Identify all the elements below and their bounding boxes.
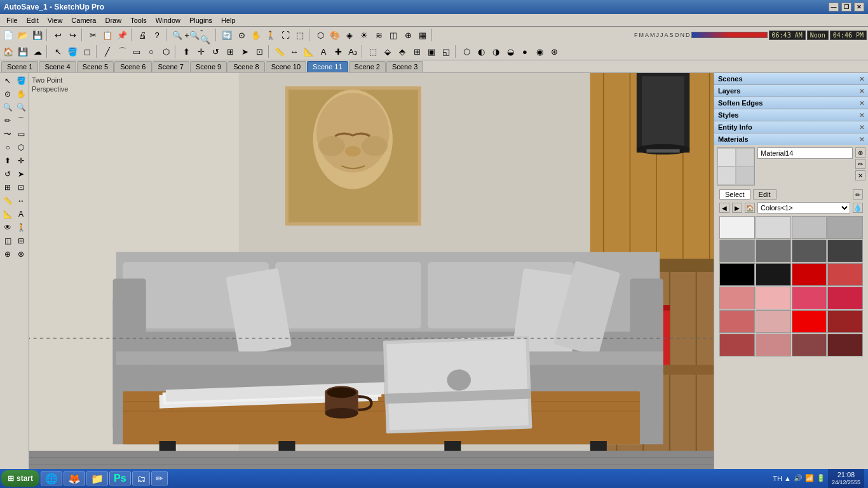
help-button[interactable]: ? — [150, 28, 164, 42]
materials-header[interactable]: Materials ✕ — [714, 133, 868, 145]
color-swatch-3[interactable] — [827, 216, 863, 239]
line-tool[interactable]: ╱ — [100, 44, 114, 58]
lang-indicator[interactable]: TH ▲ — [773, 475, 791, 482]
pencil-btn[interactable]: ✏ — [1, 114, 14, 127]
open-button[interactable]: 📂 — [16, 28, 30, 42]
ground-btn[interactable]: ▦ — [416, 28, 430, 42]
menu-camera[interactable]: Camera — [67, 16, 100, 25]
proto2-btn[interactable]: 📐 — [1, 208, 14, 220]
color-swatch-20[interactable] — [719, 334, 755, 356]
view5[interactable]: ▣ — [424, 44, 438, 58]
color-swatch-2[interactable] — [792, 216, 827, 239]
section2-btn[interactable]: ◫ — [1, 234, 14, 247]
color-swatch-18[interactable] — [792, 310, 827, 333]
section-btn[interactable]: ◫ — [386, 28, 400, 42]
eraser-tool[interactable]: ◻ — [80, 44, 94, 58]
cloud-btn[interactable]: ☁ — [31, 44, 44, 58]
color-back-btn[interactable]: ◀ — [719, 203, 729, 213]
material-btn[interactable]: 🎨 — [328, 28, 342, 42]
styles-close[interactable]: ✕ — [859, 112, 864, 119]
entity-close[interactable]: ✕ — [859, 124, 864, 131]
redo-button[interactable]: ↪ — [65, 28, 79, 42]
rect2-btn[interactable]: ▭ — [15, 128, 27, 140]
menu-draw[interactable]: Draw — [101, 16, 125, 25]
layers-header[interactable]: Layers ✕ — [714, 85, 868, 97]
material-name-input[interactable] — [757, 147, 853, 159]
volume-icon[interactable]: 🔊 — [794, 474, 803, 482]
rect-tool[interactable]: ▭ — [130, 44, 144, 58]
rotate-tool[interactable]: ↺ — [208, 44, 222, 58]
menu-help[interactable]: Help — [217, 16, 240, 25]
section3-btn[interactable]: ⊟ — [15, 234, 27, 247]
render1[interactable]: ⬡ — [459, 44, 473, 58]
color-swatch-22[interactable] — [792, 334, 827, 356]
scene-tab-3[interactable]: Scene 3 — [386, 61, 423, 72]
rotate2-btn[interactable]: ↺ — [1, 168, 14, 180]
menu-tools[interactable]: Tools — [126, 16, 151, 25]
scene-tab-5[interactable]: Scene 5 — [77, 61, 114, 72]
freehand-btn[interactable]: 〜 — [1, 128, 14, 140]
scene-tab-8[interactable]: Scene 8 — [227, 61, 264, 72]
followme2-btn[interactable]: ➤ — [15, 168, 27, 180]
home-btn[interactable]: 🏠 — [1, 44, 15, 58]
cut-button[interactable]: ✂ — [86, 28, 100, 42]
paint-tool[interactable]: 🪣 — [65, 44, 79, 58]
search-button[interactable]: 🔍 — [170, 28, 184, 42]
paste-button[interactable]: 📌 — [115, 28, 129, 42]
circle2-btn[interactable]: ○ — [1, 141, 14, 154]
color-swatch-6[interactable] — [792, 240, 827, 262]
dim2-btn[interactable]: ↔ — [15, 194, 27, 207]
save-alt-btn[interactable]: 💾 — [16, 44, 30, 58]
zoom-extent-button[interactable]: ⛶ — [278, 28, 292, 42]
color-type-select[interactable]: Colors<1> Colors Materials — [757, 202, 850, 214]
scene-tab-2[interactable]: Scene 2 — [349, 61, 386, 72]
color-swatch-11[interactable] — [827, 263, 863, 286]
extra1-btn[interactable]: ⊕ — [1, 248, 14, 261]
select-tab[interactable]: Select — [719, 189, 750, 200]
select-btn[interactable]: ↖ — [1, 74, 14, 87]
color-swatch-23[interactable] — [827, 334, 863, 356]
view2[interactable]: ⬙ — [381, 44, 395, 58]
undo-button[interactable]: ↩ — [51, 28, 65, 42]
protractor-tool[interactable]: 📐 — [302, 44, 316, 58]
color-swatch-21[interactable] — [756, 334, 791, 356]
view4[interactable]: ⊞ — [410, 44, 424, 58]
scene-tab-1[interactable]: Scene 1 — [1, 61, 38, 72]
arc-tool[interactable]: ⌒ — [115, 44, 129, 58]
zoom-window-button[interactable]: ⬚ — [293, 28, 307, 42]
walk2-btn[interactable]: 🚶 — [15, 221, 27, 234]
scenes-header[interactable]: Scenes ✕ — [714, 73, 868, 85]
taskbar-item-4[interactable]: Ps — [109, 471, 131, 485]
axes-tool[interactable]: ✚ — [331, 44, 345, 58]
print-button[interactable]: 🖨 — [135, 28, 149, 42]
scene-tab-4[interactable]: Scene 4 — [39, 61, 76, 72]
pan-button[interactable]: ✋ — [249, 28, 263, 42]
select-tool[interactable]: ↖ — [51, 44, 65, 58]
zoom2-btn[interactable]: 🔍 — [15, 101, 27, 114]
color-swatch-7[interactable] — [827, 240, 863, 262]
view6[interactable]: ◱ — [439, 44, 453, 58]
color-swatch-5[interactable] — [756, 240, 791, 262]
render4[interactable]: ◒ — [503, 44, 517, 58]
battery-icon[interactable]: 🔋 — [817, 474, 825, 482]
render3[interactable]: ◑ — [489, 44, 503, 58]
pushpull-tool[interactable]: ⬆ — [179, 44, 193, 58]
copy-button[interactable]: 📋 — [100, 28, 114, 42]
component-btn[interactable]: ⬡ — [313, 28, 327, 42]
dimension-tool[interactable]: ↔ — [287, 44, 301, 58]
save-button[interactable]: 💾 — [31, 28, 44, 42]
color-swatch-15[interactable] — [827, 287, 863, 309]
zoom-btn[interactable]: 🔍 — [1, 101, 14, 114]
start-button[interactable]: ⊞ start — [1, 470, 39, 487]
color-swatch-0[interactable] — [719, 216, 755, 239]
tape2-btn[interactable]: 📏 — [1, 194, 14, 207]
taskbar-item-6[interactable]: ✏ — [151, 471, 168, 485]
pushpull2-btn[interactable]: ⬆ — [1, 154, 14, 167]
material-delete-btn[interactable]: ✕ — [855, 170, 865, 180]
scenes-close[interactable]: ✕ — [859, 76, 864, 83]
color-swatch-16[interactable] — [719, 310, 755, 333]
menu-file[interactable]: File — [3, 16, 22, 25]
color-forward-btn[interactable]: ▶ — [732, 203, 742, 213]
menu-view[interactable]: View — [44, 16, 67, 25]
render5[interactable]: ● — [518, 44, 532, 58]
